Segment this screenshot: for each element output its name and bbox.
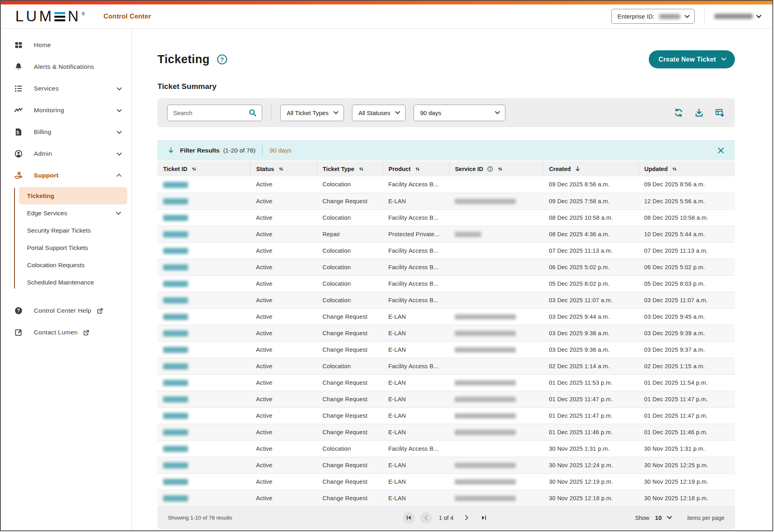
ticket-id-link[interactable]	[163, 182, 188, 188]
ticket-id-link[interactable]	[163, 413, 188, 419]
enterprise-id-dropdown[interactable]: Enterprise ID:	[611, 9, 695, 24]
table-row[interactable]: Active Colocation Facility Access B... 0…	[157, 242, 735, 259]
column-header-created[interactable]: Created	[543, 161, 639, 176]
sort-icon[interactable]	[671, 166, 678, 172]
table-row[interactable]: Active Change Request E-LAN 30 Nov 2025 …	[157, 490, 735, 506]
subnav-item-portal-support-tickets[interactable]: Portal Support Tickets	[19, 239, 127, 256]
ticket-id-link[interactable]	[163, 231, 188, 237]
ticket-id-link[interactable]	[163, 248, 188, 254]
table-row[interactable]: Active Colocation Facility Access B... 3…	[157, 440, 735, 457]
table-row[interactable]: Active Change Request E-LAN 03 Dec 2025 …	[157, 308, 735, 325]
ticket-id-link[interactable]	[163, 462, 188, 468]
next-page-button[interactable]	[460, 512, 472, 524]
column-header-ticket-id[interactable]: Ticket ID	[157, 161, 250, 176]
subnav-item-edge-services[interactable]: Edge Services	[19, 204, 127, 222]
updated-cell: 01 Dec 2025 11:47 p.m.	[638, 391, 735, 407]
ticket-id-link[interactable]	[163, 363, 188, 369]
table-row[interactable]: Active Change Request E-LAN 30 Nov 2025 …	[157, 473, 735, 490]
table-row[interactable]: Active Colocation Facility Access B... 0…	[157, 275, 735, 292]
table-row[interactable]: Active Change Request E-LAN 09 Dec 2025 …	[157, 193, 735, 209]
table-row[interactable]: Active Colocation Facility Access B... 0…	[157, 209, 735, 226]
table-row[interactable]: Active Change Request E-LAN 01 Dec 2025 …	[157, 391, 735, 407]
chevron-down-icon[interactable]	[667, 514, 672, 519]
search-input[interactable]	[173, 109, 248, 116]
info-icon[interactable]	[487, 166, 493, 172]
table-row[interactable]: Active Change Request E-LAN 03 Dec 2025 …	[157, 341, 735, 358]
sidebar-item-control-center-help[interactable]: Control Center Help	[1, 300, 131, 322]
create-new-ticket-button[interactable]: Create New Ticket	[649, 50, 735, 68]
table-row[interactable]: Active Colocation Facility Access B... 0…	[157, 358, 735, 374]
table-settings-icon[interactable]	[715, 108, 724, 118]
ticket-id-link[interactable]	[163, 330, 188, 336]
page-help-icon[interactable]	[217, 54, 228, 65]
filter-range-chip[interactable]: 90 days	[269, 147, 291, 154]
sidebar-item-support[interactable]: Support	[1, 165, 131, 186]
sort-icon[interactable]	[414, 166, 421, 172]
ticket-id-link[interactable]	[163, 479, 188, 485]
ticket-id-link[interactable]	[163, 198, 188, 204]
column-header-service-id[interactable]: Service ID	[449, 161, 543, 176]
sorted-desc-icon[interactable]	[574, 165, 581, 172]
subnav-item-colocation-requests[interactable]: Colocation Requests	[19, 256, 127, 274]
download-icon[interactable]	[694, 108, 704, 118]
sidebar-item-billing[interactable]: Billing	[1, 121, 131, 143]
search-icon[interactable]	[248, 108, 257, 117]
refresh-icon[interactable]	[674, 108, 683, 118]
sort-icon[interactable]	[278, 166, 284, 172]
ticket-id-link[interactable]	[163, 396, 188, 402]
sidebar-item-label: Services	[34, 85, 59, 92]
table-row[interactable]: Active Repair Protected Private... 08 De…	[157, 226, 735, 242]
last-page-button[interactable]	[478, 512, 490, 524]
table-row[interactable]: Active Change Request E-LAN 03 Dec 2025 …	[157, 325, 735, 341]
ticket-id-link[interactable]	[163, 297, 188, 303]
user-menu[interactable]	[714, 14, 760, 19]
subnav-item-scheduled-maintenance[interactable]: Scheduled Maintenance	[19, 274, 127, 291]
top-header: LUM N ® Control Center Enterprise ID:	[1, 4, 772, 29]
sort-icon[interactable]	[191, 166, 197, 172]
date-range-dropdown[interactable]: 90 days	[414, 105, 505, 121]
sort-icon[interactable]	[358, 166, 364, 172]
ticket-type-dropdown[interactable]: All Ticket Types	[280, 105, 344, 121]
sidebar-item-services[interactable]: Services	[1, 78, 131, 99]
table-row[interactable]: Active Change Request E-LAN 01 Dec 2025 …	[157, 407, 735, 424]
first-page-button[interactable]	[403, 512, 415, 524]
ticket-id-link[interactable]	[163, 446, 188, 452]
column-header-product[interactable]: Product	[383, 161, 449, 176]
ticket-id-link[interactable]	[163, 380, 188, 386]
column-header-updated[interactable]: Updated	[638, 161, 735, 176]
sidebar-item-alerts[interactable]: Alerts & Notifications	[1, 56, 131, 78]
column-header-ticket-type[interactable]: Ticket Type	[317, 161, 383, 176]
ticket-id-link[interactable]	[163, 314, 188, 320]
table-row[interactable]: Active Colocation Facility Access B... 0…	[157, 259, 735, 275]
product-cell: E-LAN	[383, 490, 449, 506]
subnav-item-security-repair-tickets[interactable]: Security Repair Tickets	[19, 222, 127, 239]
page-size-value[interactable]: 10	[655, 514, 662, 522]
ticket-id-link[interactable]	[163, 495, 188, 501]
ticket-id-link[interactable]	[163, 264, 188, 270]
chevron-down-icon	[117, 129, 122, 134]
ticket-id-link[interactable]	[163, 429, 188, 435]
lumen-logo[interactable]: LUM N ®	[15, 8, 85, 25]
sidebar-item-monitoring[interactable]: Monitoring	[1, 99, 131, 121]
sort-icon[interactable]	[497, 166, 503, 172]
table-row[interactable]: Active Change Request E-LAN 01 Dec 2025 …	[157, 374, 735, 391]
close-icon[interactable]	[716, 146, 725, 155]
ticket-id-link[interactable]	[163, 281, 188, 287]
sidebar-item-home[interactable]: Home	[1, 34, 131, 56]
updated-cell: 03 Dec 2025 9:45 a.m.	[638, 308, 735, 325]
sidebar-item-admin[interactable]: Admin	[1, 143, 131, 165]
filter-results-bar: Filter Results (1-20 of 78) 90 days	[157, 140, 735, 161]
ticket-id-link[interactable]	[163, 347, 188, 353]
status-dropdown[interactable]: All Statuses	[352, 105, 406, 121]
subnav-item-ticketing[interactable]: Ticketing	[19, 187, 127, 204]
table-row[interactable]: Active Colocation Facility Access B... 0…	[157, 176, 735, 193]
ticket-id-link[interactable]	[163, 215, 188, 221]
table-row[interactable]: Active Colocation Facility Access B... 0…	[157, 292, 735, 308]
previous-page-button[interactable]	[420, 512, 432, 524]
table-row[interactable]: Active Change Request E-LAN 30 Nov 2025 …	[157, 457, 735, 473]
column-header-status[interactable]: Status	[250, 161, 317, 176]
table-row[interactable]: Active Change Request E-LAN 01 Dec 2025 …	[157, 424, 735, 440]
created-cell: 06 Dec 2025 5:02 p.m.	[543, 259, 639, 275]
sidebar-item-contact-lumen[interactable]: Contact Lumen	[1, 322, 131, 343]
status-cell: Active	[250, 209, 317, 226]
